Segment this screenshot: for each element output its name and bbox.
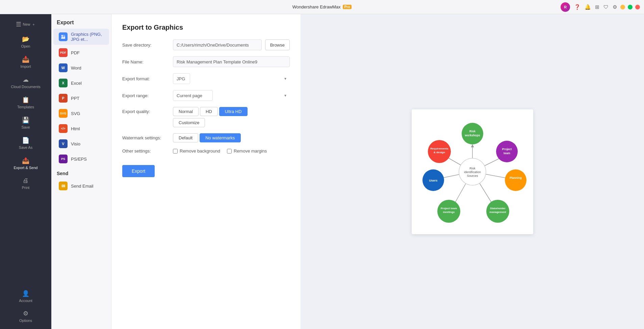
svg-text:Risk: Risk (469, 167, 475, 170)
export-icon: 📤 (22, 157, 29, 164)
svg-text:Users: Users (429, 179, 437, 182)
close-button[interactable]: ✕ (635, 5, 640, 9)
preview-area: Risk identification Sources Risk worksho… (301, 14, 644, 329)
graphics-item-label: Graphics (PNG, JPG et... (71, 32, 104, 42)
export-button[interactable]: Export (122, 165, 155, 177)
sidebar-item-new[interactable]: ☰ New ＋ (2, 17, 49, 31)
export-sidebar-title: Export (51, 14, 111, 28)
export-range-label: Export range: (122, 93, 170, 98)
save-directory-input[interactable] (173, 39, 262, 50)
export-quality-row: Export quality: Normal HD Ultra HD Custo… (122, 107, 290, 127)
export-sidebar: Export Graphics (PNG, JPG et... PDF PDF … (51, 14, 111, 329)
main-content: Export to Graphics Save directory: Brows… (111, 14, 644, 329)
export-item-svg[interactable]: SVG SVG (53, 106, 109, 121)
sidebar-item-templates[interactable]: 📋 Templates (2, 93, 49, 112)
plus-icon: ＋ (32, 22, 35, 27)
remove-margins-checkbox[interactable] (227, 149, 232, 154)
sidebar-item-account[interactable]: 👤 Account (2, 286, 49, 306)
export-item-html[interactable]: </> Html (53, 121, 109, 136)
customize-button[interactable]: Customize (173, 118, 205, 127)
file-name-input[interactable] (173, 56, 290, 67)
export-item-excel[interactable]: X Excel (53, 76, 109, 90)
sidebar-item-export-label: Export & Send (14, 166, 38, 170)
mind-map-diagram: Risk identification Sources Risk worksho… (415, 113, 530, 231)
apps-icon[interactable]: ⊞ (595, 4, 599, 10)
sidebar-item-cloud-label: Cloud Documents (11, 85, 40, 89)
sidebar-item-open[interactable]: 📂 Open (2, 32, 49, 52)
export-form-area: Export to Graphics Save directory: Brows… (111, 14, 301, 329)
shield-icon[interactable]: 🛡 (603, 4, 609, 10)
sidebar-item-import-label: Import (20, 64, 31, 68)
window-controls: − ⬜ ✕ (620, 5, 640, 9)
save-icon: 💾 (22, 116, 29, 124)
export-format-select[interactable]: JPG PNG BMP SVG PDF (173, 73, 190, 84)
sidebar-item-export[interactable]: 📤 Export & Send (2, 154, 49, 173)
quality-hd-button[interactable]: HD (200, 107, 218, 116)
svg-text:Project team: Project team (440, 207, 457, 210)
sidebar-item-templates-label: Templates (17, 105, 34, 109)
watermark-nowatermarks-button[interactable]: No watermarks (200, 133, 240, 142)
watermark-row: Watermark settings: Default No watermark… (122, 133, 290, 142)
pdf-item-label: PDF (71, 50, 80, 55)
file-name-row: File Name: (122, 56, 290, 67)
remove-background-text: Remove background (180, 148, 220, 154)
saveas-icon: 📄 (22, 137, 29, 144)
sidebar-item-save[interactable]: 💾 Save (2, 113, 49, 133)
export-item-ppt[interactable]: P PPT (53, 91, 109, 106)
export-quality-controls: Normal HD Ultra HD Customize (173, 107, 248, 127)
export-range-row: Export range: Current page All pages Sel… (122, 90, 290, 101)
word-icon: W (59, 63, 68, 72)
svg-text:Sources: Sources (467, 174, 478, 177)
browse-button[interactable]: Browse (265, 39, 290, 50)
maximize-button[interactable]: ⬜ (628, 5, 633, 9)
quality-button-group: Normal HD Ultra HD (173, 107, 248, 116)
export-format-row: Export format: JPG PNG BMP SVG PDF (122, 73, 290, 84)
save-directory-label: Save directory: (122, 43, 170, 48)
notification-icon[interactable]: 🔔 (585, 4, 591, 10)
html-icon: </> (59, 124, 68, 133)
send-section-title: Send (51, 167, 111, 178)
quality-normal-button[interactable]: Normal (173, 107, 199, 116)
email-icon: ✉ (59, 182, 68, 190)
settings-icon[interactable]: ⚙ (613, 4, 617, 10)
sidebar-item-saveas[interactable]: 📄 Save As (2, 133, 49, 153)
ppt-item-label: PPT (71, 96, 79, 101)
svg-text:workshops: workshops (464, 134, 480, 137)
main-layout: ☰ New ＋ 📂 Open 📥 Import ☁ Cloud Document… (0, 14, 644, 329)
sidebar-item-print[interactable]: 🖨 Print (2, 174, 49, 193)
sidebar-item-print-label: Print (22, 186, 30, 190)
remove-margins-text: Remove margins (234, 148, 267, 154)
sidebar-item-cloud[interactable]: ☁ Cloud Documents (2, 73, 49, 92)
export-item-pdf[interactable]: PDF PDF (53, 45, 109, 60)
quality-ultrahd-button[interactable]: Ultra HD (219, 107, 248, 116)
export-item-send-email[interactable]: ✉ Send Email (53, 179, 109, 193)
file-name-label: File Name: (122, 59, 170, 64)
export-item-visio[interactable]: V Visio (53, 136, 109, 151)
watermark-default-button[interactable]: Default (173, 133, 198, 142)
sidebar-item-import[interactable]: 📥 Import (2, 52, 49, 72)
help-icon[interactable]: ❓ (574, 4, 581, 10)
export-item-word[interactable]: W Word (53, 60, 109, 75)
remove-background-label[interactable]: Remove background (173, 148, 220, 154)
export-item-graphics[interactable]: Graphics (PNG, JPG et... (53, 29, 109, 45)
word-item-label: Word (71, 65, 81, 71)
minimize-button[interactable]: − (620, 5, 625, 9)
sidebar-item-options[interactable]: ⚙ Options (2, 306, 49, 326)
export-range-select[interactable]: Current page All pages Selected objects (173, 90, 213, 101)
sidebar-nav: ☰ New ＋ 📂 Open 📥 Import ☁ Cloud Document… (0, 14, 51, 329)
svg-text:Requirements: Requirements (430, 147, 448, 150)
export-button-row: Export (122, 160, 290, 177)
export-item-pseps[interactable]: PS PS/EPS (53, 152, 109, 166)
titlebar: Wondershare EdrawMax Pro R ❓ 🔔 ⊞ 🛡 ⚙ − ⬜… (0, 0, 644, 14)
app-title: Wondershare EdrawMax (292, 4, 341, 9)
watermark-label: Watermark settings: (122, 135, 170, 140)
user-avatar[interactable]: R (561, 2, 570, 12)
save-directory-row: Save directory: Browse (122, 39, 290, 50)
remove-background-checkbox[interactable] (173, 149, 178, 154)
visio-item-label: Visio (71, 141, 80, 146)
remove-margins-label[interactable]: Remove margins (227, 148, 267, 154)
svg-icon: SVG (59, 109, 68, 118)
sidebar-item-options-label: Options (19, 319, 32, 323)
templates-icon: 📋 (22, 96, 29, 104)
ppt-icon: P (59, 94, 68, 103)
